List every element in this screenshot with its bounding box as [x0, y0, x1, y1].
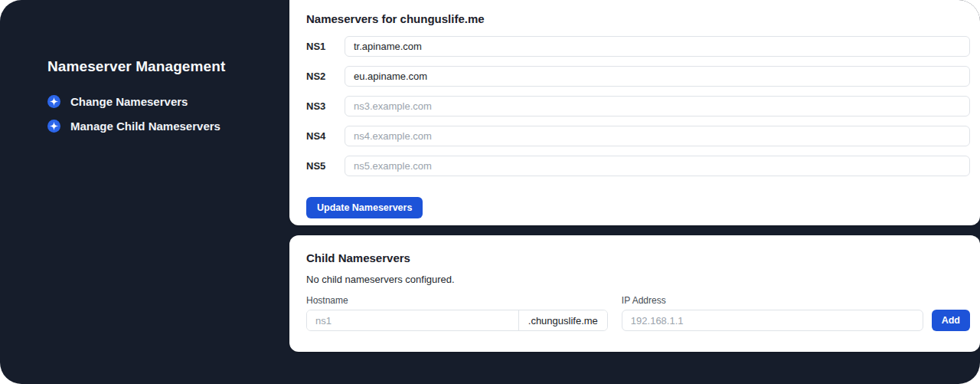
nameservers-card-title: Nameservers for chunguslife.me [306, 12, 970, 25]
ns1-label: NS1 [306, 41, 345, 52]
ns4-row: NS4 [306, 126, 970, 146]
ns5-label: NS5 [306, 160, 345, 172]
ns3-label: NS3 [306, 100, 345, 112]
update-nameservers-button[interactable]: Update Nameservers [306, 197, 423, 218]
sidebar-item-manage-child-nameservers[interactable]: Manage Child Nameservers [47, 120, 277, 133]
hostname-field-group: Hostname .chunguslife.me [306, 295, 608, 331]
page-title: Nameserver Management [47, 58, 277, 75]
ip-address-label: IP Address [622, 295, 923, 306]
ns4-input[interactable] [345, 126, 970, 146]
sidebar-item-label: Manage Child Nameservers [70, 120, 220, 133]
ns1-row: NS1 [306, 36, 970, 57]
ns5-row: NS5 [306, 156, 970, 176]
nameserver-management-screen: Nameserver Management Change Nameservers [0, 0, 980, 384]
ns1-input[interactable] [345, 36, 970, 57]
sidebar-menu: Change Nameservers Manage Child Nameserv… [47, 95, 277, 133]
ns4-label: NS4 [306, 130, 345, 142]
ns3-input[interactable] [345, 96, 970, 117]
empty-state-message: No child nameservers configured. [306, 274, 970, 285]
ip-address-input[interactable] [622, 310, 923, 331]
hostname-input[interactable] [307, 310, 518, 330]
domain-suffix-addon: .chunguslife.me [518, 310, 607, 330]
ns2-label: NS2 [306, 71, 345, 82]
hostname-label: Hostname [306, 295, 608, 306]
child-nameservers-title: Child Nameservers [306, 251, 970, 264]
ns2-input[interactable] [345, 66, 970, 87]
child-nameservers-card: Child Nameservers No child nameservers c… [289, 235, 980, 352]
sparkle-icon [47, 120, 60, 133]
ns2-row: NS2 [306, 66, 970, 87]
add-button[interactable]: Add [932, 310, 970, 331]
ns5-input[interactable] [345, 156, 970, 176]
sidebar: Nameserver Management Change Nameservers [47, 58, 277, 133]
sparkle-icon [47, 95, 60, 108]
nameservers-card: Nameservers for chunguslife.me NS1 NS2 N… [289, 0, 980, 225]
add-child-nameserver-form: Hostname .chunguslife.me IP Address Add [306, 295, 970, 331]
hostname-input-group: .chunguslife.me [306, 310, 608, 331]
sidebar-item-change-nameservers[interactable]: Change Nameservers [47, 95, 277, 108]
ip-field-group: IP Address [622, 295, 923, 331]
sidebar-item-label: Change Nameservers [70, 95, 188, 108]
ns3-row: NS3 [306, 96, 970, 117]
